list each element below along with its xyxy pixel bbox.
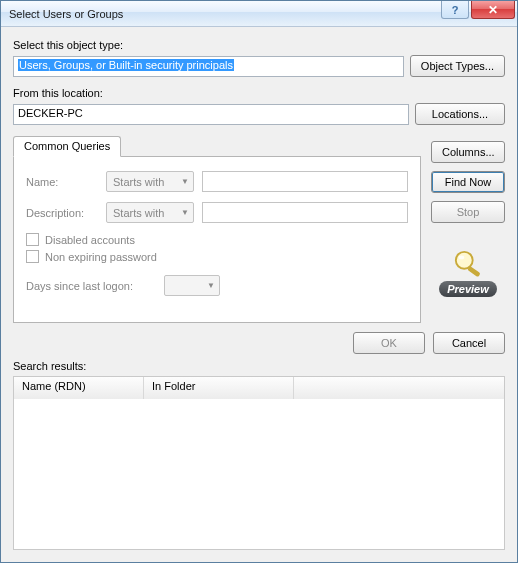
preview-group[interactable]: Preview	[431, 249, 505, 297]
location-label: From this location:	[13, 87, 505, 99]
object-types-button[interactable]: Object Types...	[410, 55, 505, 77]
svg-rect-1	[467, 266, 480, 277]
column-in-folder[interactable]: In Folder	[144, 377, 294, 399]
chevron-down-icon: ▼	[207, 281, 215, 290]
columns-button[interactable]: Columns...	[431, 141, 505, 163]
tab-strip: Common Queries	[13, 135, 421, 157]
results-header: Name (RDN) In Folder	[14, 377, 504, 399]
chevron-down-icon: ▼	[181, 208, 189, 217]
description-match-combo[interactable]: Starts with ▼	[106, 202, 194, 223]
name-input[interactable]	[202, 171, 408, 192]
days-since-label: Days since last logon:	[26, 280, 156, 292]
name-label: Name:	[26, 176, 98, 188]
days-since-combo[interactable]: ▼	[164, 275, 220, 296]
magnifier-icon	[449, 249, 487, 279]
find-now-button[interactable]: Find Now	[431, 171, 505, 193]
object-type-field[interactable]: Users, Groups, or Built-in security prin…	[13, 56, 404, 77]
location-value: DECKER-PC	[18, 107, 83, 119]
stop-button[interactable]: Stop	[431, 201, 505, 223]
close-icon: ✕	[488, 3, 498, 17]
title-bar: Select Users or Groups ? ✕	[1, 1, 517, 27]
help-button[interactable]: ?	[441, 1, 469, 19]
help-icon: ?	[452, 4, 459, 16]
name-match-value: Starts with	[113, 176, 164, 188]
tab-common-queries[interactable]: Common Queries	[13, 136, 121, 157]
chevron-down-icon: ▼	[181, 177, 189, 186]
location-field[interactable]: DECKER-PC	[13, 104, 409, 125]
object-type-label: Select this object type:	[13, 39, 505, 51]
common-queries-panel: Name: Starts with ▼ Description: Starts …	[13, 156, 421, 323]
name-match-combo[interactable]: Starts with ▼	[106, 171, 194, 192]
preview-caption: Preview	[439, 281, 497, 297]
window-title: Select Users or Groups	[9, 8, 123, 20]
disabled-accounts-label: Disabled accounts	[45, 234, 135, 246]
ok-button[interactable]: OK	[353, 332, 425, 354]
svg-point-2	[459, 256, 465, 260]
disabled-accounts-checkbox[interactable]	[26, 233, 39, 246]
side-buttons: Columns... Find Now Stop Preview	[431, 135, 505, 297]
object-type-value: Users, Groups, or Built-in security prin…	[18, 59, 234, 71]
locations-button[interactable]: Locations...	[415, 103, 505, 125]
window-controls: ? ✕	[441, 1, 517, 26]
close-button[interactable]: ✕	[471, 1, 515, 19]
description-input[interactable]	[202, 202, 408, 223]
description-match-value: Starts with	[113, 207, 164, 219]
svg-point-0	[456, 252, 473, 269]
client-area: Select this object type: Users, Groups, …	[1, 27, 517, 562]
results-grid[interactable]: Name (RDN) In Folder	[13, 376, 505, 550]
cancel-button[interactable]: Cancel	[433, 332, 505, 354]
column-name-rdn[interactable]: Name (RDN)	[14, 377, 144, 399]
non-expiring-label: Non expiring password	[45, 251, 157, 263]
dialog-window: Select Users or Groups ? ✕ Select this o…	[0, 0, 518, 563]
search-results-label: Search results:	[13, 360, 505, 372]
non-expiring-checkbox[interactable]	[26, 250, 39, 263]
description-label: Description:	[26, 207, 98, 219]
